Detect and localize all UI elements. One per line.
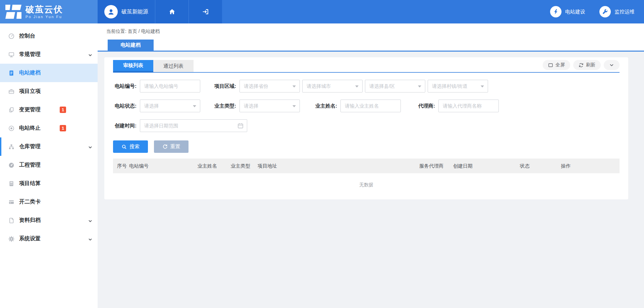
search-button[interactable]: 搜索: [113, 140, 148, 153]
sidebar-item-label: 控制台: [19, 33, 35, 40]
owner-type-placeholder: 请选择: [244, 103, 259, 109]
status-badge: 1: [60, 125, 66, 131]
sidebar-item-label: 项目结算: [19, 180, 41, 187]
sidebar-item-change-management[interactable]: 变更管理 1: [0, 101, 98, 119]
reset-button[interactable]: 重置: [154, 140, 189, 153]
caret-down-icon: [418, 85, 421, 89]
tab-review-list[interactable]: 审核列表: [113, 60, 153, 72]
collapse-button[interactable]: [604, 60, 620, 70]
caret-down-icon: [292, 105, 296, 109]
caret-down-icon: [481, 85, 484, 89]
county-select-placeholder: 请选择县/区: [369, 83, 395, 89]
record-circle-icon: [8, 125, 15, 132]
col-actions: 操作: [561, 163, 620, 169]
nav-monitor-ops-label: 监控运维: [614, 9, 635, 15]
owner-type-select[interactable]: 请选择: [239, 100, 300, 112]
sidebar-item-engineering-management[interactable]: 工程管理: [0, 156, 98, 174]
city-select-placeholder: 请选择城市: [307, 83, 331, 89]
card-icon: [8, 199, 15, 205]
document-icon: [8, 70, 15, 76]
breadcrumb: 当前位置: 首页 / 电站建档: [98, 23, 644, 35]
header-spacer: [222, 0, 550, 23]
refresh-button[interactable]: 刷新: [573, 60, 601, 70]
content-area: 审核列表 通过列表 全屏: [98, 52, 644, 308]
avatar: [104, 5, 118, 18]
sidebar-item-label: 项目立项: [19, 88, 41, 95]
table-header-row: 序号 电站编号 业主姓名 业主类型 项目地址 服务代理商 创建日期 状态 操作: [113, 159, 620, 173]
agent-input[interactable]: [438, 100, 499, 112]
sidebar-item-console[interactable]: 控制台: [0, 27, 98, 45]
owner-type-label: 业主类型:: [213, 103, 236, 109]
sidebar-item-project-settlement[interactable]: 项目结算: [0, 174, 98, 193]
reset-label: 重置: [170, 143, 180, 150]
agent-label: 代理商:: [415, 103, 435, 109]
fullscreen-button[interactable]: 全屏: [543, 60, 570, 70]
col-owner-type: 业主类型: [231, 163, 258, 169]
results-table: 序号 电站编号 业主姓名 业主类型 项目地址 服务代理商 创建日期 状态 操作 …: [113, 159, 620, 191]
status-badge: 1: [60, 107, 66, 113]
refresh-label: 刷新: [586, 62, 595, 68]
page-tab-station-filing[interactable]: 电站建档: [108, 40, 154, 51]
county-select[interactable]: 请选择县/区: [365, 80, 425, 93]
province-select-placeholder: 请选择省份: [244, 83, 268, 89]
sidebar: 控制台 常规管理 电站建档: [0, 23, 98, 308]
calculator-icon: [8, 180, 15, 187]
col-status: 状态: [520, 163, 561, 169]
chevron-down-icon: [88, 53, 92, 57]
date-range-input[interactable]: [140, 119, 247, 132]
dashboard-icon: [8, 33, 15, 40]
col-index: 序号: [117, 163, 129, 169]
nav-station-build[interactable]: 电站建设: [550, 0, 585, 23]
sidebar-item-station-filing[interactable]: 电站建档: [0, 64, 98, 82]
region-label: 项目区域:: [213, 83, 236, 89]
file-icon: [8, 217, 15, 224]
owner-name-input[interactable]: [340, 100, 401, 112]
col-project-address: 项目地址: [258, 163, 419, 169]
province-select[interactable]: 请选择省份: [239, 80, 300, 93]
active-indicator-bar: [0, 137, 1, 156]
sidebar-item-warehouse-management[interactable]: 仓库管理: [0, 137, 98, 156]
chevron-down-icon: [88, 237, 92, 241]
caret-down-icon: [193, 105, 196, 109]
tab-passed-list[interactable]: 通过列表: [153, 60, 194, 72]
sidebar-item-archive[interactable]: 资料归档: [0, 211, 98, 230]
fullscreen-icon: [548, 63, 553, 68]
home-button[interactable]: [155, 0, 189, 23]
date-range-field: [140, 119, 247, 132]
nav-station-build-label: 电站建设: [565, 9, 585, 15]
action-buttons: 搜索 重置: [113, 140, 620, 153]
nav-monitor-ops[interactable]: 监控运维: [599, 0, 635, 23]
sidebar-item-station-termination[interactable]: 电站终止 1: [0, 119, 98, 137]
refresh-icon: [579, 63, 584, 68]
logo-text-group: 破茧云伏 Po Jian Yun Fu: [25, 5, 63, 19]
sidebar-item-label: 仓库管理: [19, 143, 41, 150]
col-service-agent: 服务代理商: [419, 163, 453, 169]
col-created-date: 创建日期: [453, 163, 520, 169]
panel-tools: 全屏 刷新: [543, 60, 620, 72]
caret-down-icon: [355, 85, 359, 89]
sidebar-item-type2-card[interactable]: 开二类卡: [0, 193, 98, 211]
filter-row-3: 创建时间:: [113, 119, 620, 132]
filter-form: 电站编号: 项目区域: 请选择省份 请选择城市 请选择县/区: [113, 80, 620, 132]
station-status-select[interactable]: 请选择: [140, 100, 200, 112]
town-select[interactable]: 请选择村镇/街道: [428, 80, 488, 93]
sitemap-icon: [8, 143, 15, 150]
created-time-label: 创建时间:: [113, 123, 137, 129]
sidebar-item-project-initiation[interactable]: 项目立项: [0, 82, 98, 101]
sidebar-item-general-management[interactable]: 常规管理: [0, 45, 98, 64]
station-no-label: 电站编号:: [113, 83, 137, 89]
filter-row-1: 电站编号: 项目区域: 请选择省份 请选择城市 请选择县/区: [113, 80, 620, 93]
gauge-icon: [8, 162, 15, 169]
search-label: 搜索: [129, 143, 140, 150]
sidebar-item-label: 变更管理: [19, 106, 41, 113]
logout-button[interactable]: [189, 0, 222, 23]
logo-title: 破茧云伏: [25, 5, 63, 14]
panel-tabs: 审核列表 通过列表 全屏: [113, 57, 620, 73]
sidebar-item-system-settings[interactable]: 系统设置: [0, 230, 98, 248]
col-station-no: 电站编号: [129, 163, 198, 169]
station-no-input[interactable]: [140, 80, 200, 93]
monitor-icon: [8, 51, 15, 58]
chevron-down-icon: [609, 63, 614, 67]
user-menu[interactable]: 破茧新能源: [98, 0, 155, 23]
city-select[interactable]: 请选择城市: [302, 80, 363, 93]
